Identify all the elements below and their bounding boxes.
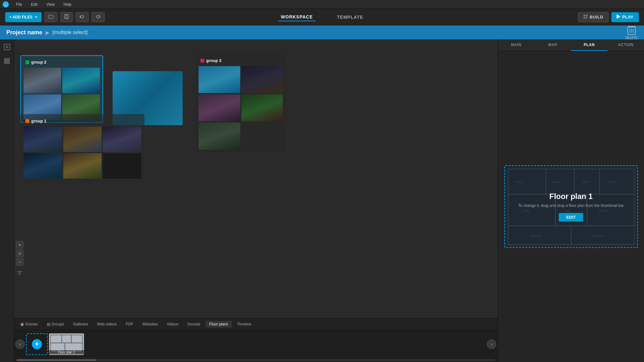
add-thumbnail-button[interactable]: + bbox=[26, 333, 48, 355]
floor-plan-edit-button[interactable]: EDIT bbox=[559, 213, 584, 222]
undo-button[interactable] bbox=[75, 12, 89, 22]
sounds-label: Sounds bbox=[187, 322, 200, 326]
group-1-image-4 bbox=[24, 153, 62, 179]
open-folder-button[interactable] bbox=[44, 12, 58, 22]
canvas-content[interactable]: group 2 group 3 bbox=[14, 39, 498, 318]
layers-icon[interactable] bbox=[2, 56, 12, 66]
tab-websites[interactable]: Websites bbox=[138, 321, 162, 328]
main-layout: group 2 group 3 bbox=[0, 39, 644, 362]
svg-rect-33 bbox=[508, 194, 555, 226]
svg-marker-9 bbox=[617, 14, 620, 19]
group-3-container[interactable]: group 3 bbox=[195, 54, 286, 153]
scroll-track[interactable] bbox=[17, 359, 495, 361]
group-2-label: group 2 bbox=[24, 58, 100, 66]
timeline-label: Timeline bbox=[237, 322, 251, 326]
group-2-container[interactable]: group 2 bbox=[20, 55, 103, 123]
zoom-fit-button[interactable]: ⊡ bbox=[16, 249, 24, 257]
tab-groups[interactable]: ▤ Groups bbox=[43, 321, 68, 328]
group-2-images bbox=[24, 68, 100, 120]
svg-text:Room: Room bbox=[582, 181, 590, 184]
play-button[interactable]: PLAY bbox=[611, 12, 639, 22]
pdf-label: PDF bbox=[126, 322, 133, 326]
group-1-container[interactable]: group 1 bbox=[20, 114, 144, 182]
group-3-name: group 3 bbox=[206, 58, 221, 63]
tab-scenes[interactable]: ▣ Scenes bbox=[17, 321, 42, 328]
group-2-color-dot bbox=[25, 60, 29, 64]
menu-help[interactable]: Help bbox=[62, 2, 74, 7]
workspace-tab[interactable]: WORKSPACE bbox=[278, 13, 316, 21]
group-1-color-dot bbox=[25, 119, 29, 123]
filter-button[interactable] bbox=[16, 269, 24, 277]
group-3-label: group 3 bbox=[199, 57, 283, 64]
svg-text:Bedroom: Bedroom bbox=[530, 234, 542, 237]
strip-prev-button[interactable]: ‹ bbox=[15, 339, 25, 349]
floor-plan-title: Floor plan 1 bbox=[549, 192, 592, 201]
right-tab-plan[interactable]: PLAN bbox=[571, 39, 608, 51]
strip-next-button[interactable]: › bbox=[487, 339, 496, 349]
svg-rect-3 bbox=[65, 14, 68, 16]
build-icon bbox=[583, 14, 588, 20]
add-scene-icon[interactable] bbox=[2, 42, 12, 52]
tab-floor-plans[interactable]: Floor plans bbox=[206, 321, 232, 328]
floor-plan-preview: Room Room Room Room Living Hall Kitchen … bbox=[504, 165, 638, 248]
svg-rect-8 bbox=[586, 17, 587, 18]
menu-edit[interactable]: Edit bbox=[29, 2, 39, 7]
project-name: Project name bbox=[6, 29, 42, 36]
menu-bar: G File Edit View Help bbox=[0, 0, 644, 9]
tab-sounds[interactable]: Sounds bbox=[184, 321, 204, 328]
svg-rect-6 bbox=[586, 15, 587, 16]
add-files-label: + ADD FILES bbox=[9, 15, 32, 19]
delete-button[interactable]: DELETE bbox=[625, 25, 638, 40]
scroll-thumb[interactable] bbox=[17, 359, 96, 361]
tab-web-videos[interactable]: Web videos bbox=[93, 321, 121, 328]
tab-videos[interactable]: Videos bbox=[163, 321, 182, 328]
svg-text:Hall: Hall bbox=[565, 209, 570, 212]
svg-rect-35 bbox=[587, 194, 634, 226]
app-icon: G bbox=[3, 1, 9, 8]
menu-view[interactable]: View bbox=[45, 2, 57, 7]
group-1-images bbox=[24, 126, 141, 179]
svg-rect-18 bbox=[4, 58, 10, 60]
scrollbar-container bbox=[14, 358, 498, 362]
group-3-image-2 bbox=[242, 66, 283, 93]
group-2-image-2 bbox=[62, 68, 100, 93]
save-button[interactable] bbox=[60, 12, 73, 22]
right-tab-main[interactable]: MAIN bbox=[498, 39, 535, 51]
svg-text:Room: Room bbox=[552, 181, 560, 184]
tab-timeline[interactable]: Timeline bbox=[233, 321, 255, 328]
group-1-image-3 bbox=[103, 126, 141, 152]
zoom-controls: + ⊡ − bbox=[16, 241, 24, 277]
left-sidebar bbox=[0, 39, 14, 362]
right-tab-map[interactable]: MAP bbox=[535, 39, 571, 51]
svg-rect-20 bbox=[4, 62, 10, 64]
svg-text:Bathroom: Bathroom bbox=[592, 234, 604, 237]
redo-icon bbox=[95, 14, 101, 20]
svg-text:Room: Room bbox=[609, 181, 616, 184]
toolbar-center: WORKSPACE TEMPLATE bbox=[278, 13, 366, 21]
build-button[interactable]: BUILD bbox=[578, 12, 608, 22]
group-3-image-4 bbox=[242, 94, 283, 121]
videos-label: Videos bbox=[167, 322, 178, 326]
menu-file[interactable]: File bbox=[14, 2, 24, 7]
floor-plan-thumbnail-label: Floor plan 1 bbox=[49, 350, 84, 354]
svg-text:G: G bbox=[5, 3, 7, 6]
template-tab[interactable]: TEMPLATE bbox=[334, 13, 366, 21]
zoom-in-button[interactable]: + bbox=[16, 241, 24, 249]
group-3-image-1 bbox=[199, 66, 240, 93]
websites-label: Websites bbox=[142, 322, 158, 326]
tab-galleries[interactable]: Galleries bbox=[69, 321, 92, 328]
toolbar: + ADD FILES ▼ WORKSPACE TEMPLATE BUILD bbox=[0, 9, 644, 25]
right-tab-action[interactable]: ACTION bbox=[607, 39, 644, 51]
add-icon: + bbox=[32, 339, 42, 349]
redo-button[interactable] bbox=[91, 12, 105, 22]
scenes-icon: ▣ bbox=[20, 322, 24, 326]
tab-pdf[interactable]: PDF bbox=[122, 321, 137, 328]
floor-plan-thumbnail[interactable]: Floor plan 1 bbox=[49, 333, 84, 355]
group-1-image-1 bbox=[24, 126, 62, 152]
web-videos-label: Web videos bbox=[97, 322, 117, 326]
canvas-area: group 2 group 3 bbox=[14, 39, 498, 362]
svg-text:Living: Living bbox=[522, 209, 529, 212]
add-files-button[interactable]: + ADD FILES ▼ bbox=[5, 12, 42, 22]
group-2-image-1 bbox=[24, 68, 61, 93]
zoom-out-button[interactable]: − bbox=[16, 258, 24, 266]
